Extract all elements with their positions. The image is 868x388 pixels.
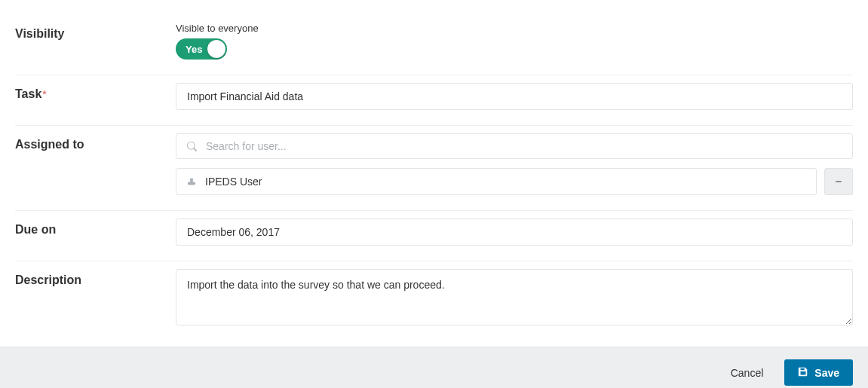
task-label: Task	[15, 87, 41, 100]
visibility-toggle[interactable]: Yes	[176, 38, 227, 60]
toggle-knob	[207, 40, 225, 58]
toggle-state-label: Yes	[186, 44, 202, 55]
due-date-input[interactable]	[176, 218, 853, 246]
svg-rect-0	[836, 181, 842, 182]
assigned-user-item: IPEDS User	[176, 168, 817, 195]
required-star: *	[42, 88, 46, 100]
description-textarea[interactable]	[176, 269, 853, 325]
user-search-input[interactable]	[206, 140, 842, 152]
remove-user-button[interactable]	[824, 168, 853, 195]
cancel-button[interactable]: Cancel	[717, 359, 778, 386]
save-button[interactable]: Save	[784, 359, 853, 386]
task-input[interactable]	[176, 83, 853, 110]
save-icon	[798, 366, 808, 379]
search-icon	[187, 142, 197, 151]
user-icon	[187, 177, 196, 186]
visibility-sublabel: Visible to everyone	[176, 23, 853, 34]
assigned-to-label: Assigned to	[15, 138, 84, 151]
description-label: Description	[15, 273, 81, 286]
save-button-label: Save	[814, 367, 839, 379]
footer-bar: Cancel Save	[0, 347, 868, 388]
visibility-label: Visibility	[15, 27, 65, 40]
due-on-label: Due on	[15, 223, 56, 236]
assigned-user-name: IPEDS User	[205, 176, 262, 188]
user-search-wrap[interactable]	[176, 133, 853, 159]
minus-icon	[835, 176, 842, 188]
